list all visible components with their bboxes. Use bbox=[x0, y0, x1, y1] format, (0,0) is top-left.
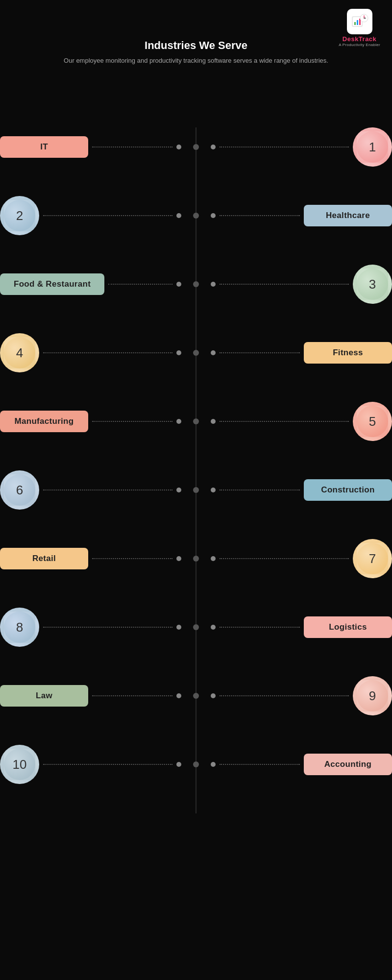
right-side: 5 bbox=[196, 402, 392, 441]
end-dot bbox=[211, 350, 216, 355]
industry-label[interactable]: Fitness bbox=[304, 342, 392, 364]
timeline: IT12HealthcareFood & Restaurant34Fitness… bbox=[0, 0, 392, 853]
left-side: IT bbox=[0, 136, 196, 158]
end-dot bbox=[176, 693, 181, 698]
right-side: 1 bbox=[196, 127, 392, 167]
dotted-connector bbox=[92, 695, 172, 696]
dotted-connector bbox=[220, 215, 300, 216]
center-dot bbox=[193, 556, 199, 562]
timeline-row: 6Construction bbox=[0, 470, 392, 510]
timeline-row: 10Accounting bbox=[0, 745, 392, 784]
dotted-connector bbox=[220, 352, 300, 353]
end-dot bbox=[211, 762, 216, 767]
dotted-connector bbox=[220, 558, 349, 559]
industry-label[interactable]: Construction bbox=[304, 479, 392, 501]
center-dot bbox=[193, 624, 199, 630]
dotted-connector bbox=[220, 764, 300, 765]
left-side: Retail bbox=[0, 548, 196, 569]
dotted-connector bbox=[43, 764, 172, 765]
left-side: Manufacturing bbox=[0, 411, 196, 432]
center-dot bbox=[193, 213, 199, 219]
timeline-row: 4Fitness bbox=[0, 333, 392, 372]
left-side: 6 bbox=[0, 470, 196, 510]
right-side: Accounting bbox=[196, 754, 392, 775]
dotted-connector bbox=[220, 490, 300, 490]
industry-label[interactable]: Accounting bbox=[304, 754, 392, 775]
dotted-connector bbox=[92, 147, 172, 147]
end-dot bbox=[176, 488, 181, 492]
number-circle: 4 bbox=[0, 333, 39, 372]
industry-label[interactable]: Law bbox=[0, 685, 88, 707]
end-dot bbox=[211, 419, 216, 424]
industry-label[interactable]: IT bbox=[0, 136, 88, 158]
right-side: Logistics bbox=[196, 616, 392, 638]
end-dot bbox=[176, 282, 181, 287]
timeline-row: 2Healthcare bbox=[0, 196, 392, 235]
timeline-row: IT1 bbox=[0, 127, 392, 167]
industry-label[interactable]: Food & Restaurant bbox=[0, 273, 104, 295]
timeline-row: Food & Restaurant3 bbox=[0, 265, 392, 304]
end-dot bbox=[176, 419, 181, 424]
dotted-connector bbox=[220, 147, 349, 147]
right-side: Fitness bbox=[196, 342, 392, 364]
end-dot bbox=[211, 488, 216, 492]
end-dot bbox=[176, 145, 181, 149]
end-dot bbox=[176, 762, 181, 767]
left-side: 4 bbox=[0, 333, 196, 372]
number-circle: 10 bbox=[0, 745, 39, 784]
center-dot bbox=[193, 144, 199, 150]
dotted-connector bbox=[220, 284, 349, 285]
end-dot bbox=[211, 282, 216, 287]
industry-label[interactable]: Retail bbox=[0, 548, 88, 569]
center-dot bbox=[193, 418, 199, 424]
end-dot bbox=[211, 213, 216, 218]
end-dot bbox=[176, 350, 181, 355]
end-dot bbox=[176, 625, 181, 630]
left-side: Food & Restaurant bbox=[0, 273, 196, 295]
right-side: Construction bbox=[196, 479, 392, 501]
number-circle: 5 bbox=[353, 402, 392, 441]
number-circle: 9 bbox=[353, 676, 392, 715]
center-dot bbox=[193, 350, 199, 356]
end-dot bbox=[176, 213, 181, 218]
dotted-connector bbox=[108, 284, 172, 285]
center-dot bbox=[193, 487, 199, 493]
right-side: 7 bbox=[196, 539, 392, 578]
number-circle: 3 bbox=[353, 265, 392, 304]
end-dot bbox=[211, 556, 216, 561]
end-dot bbox=[211, 145, 216, 149]
dotted-connector bbox=[43, 352, 172, 353]
dotted-connector bbox=[43, 215, 172, 216]
number-circle: 6 bbox=[0, 470, 39, 510]
number-circle: 8 bbox=[0, 608, 39, 647]
dotted-connector bbox=[92, 421, 172, 422]
industry-label[interactable]: Logistics bbox=[304, 616, 392, 638]
left-side: 2 bbox=[0, 196, 196, 235]
center-dot bbox=[193, 761, 199, 767]
dotted-connector bbox=[43, 490, 172, 490]
left-side: 10 bbox=[0, 745, 196, 784]
left-side: Law bbox=[0, 685, 196, 707]
timeline-row: Law9 bbox=[0, 676, 392, 715]
end-dot bbox=[211, 625, 216, 630]
dotted-connector bbox=[220, 627, 300, 628]
dotted-connector bbox=[220, 695, 349, 696]
dotted-connector bbox=[43, 627, 172, 628]
timeline-row: Manufacturing5 bbox=[0, 402, 392, 441]
timeline-row: Retail7 bbox=[0, 539, 392, 578]
timeline-row: 8Logistics bbox=[0, 608, 392, 647]
dotted-connector bbox=[220, 421, 349, 422]
right-side: 3 bbox=[196, 265, 392, 304]
industry-label[interactable]: Manufacturing bbox=[0, 411, 88, 432]
number-circle: 1 bbox=[353, 127, 392, 167]
number-circle: 2 bbox=[0, 196, 39, 235]
left-side: 8 bbox=[0, 608, 196, 647]
dotted-connector bbox=[92, 558, 172, 559]
right-side: 9 bbox=[196, 676, 392, 715]
end-dot bbox=[176, 556, 181, 561]
center-dot bbox=[193, 281, 199, 287]
center-dot bbox=[193, 693, 199, 699]
industry-label[interactable]: Healthcare bbox=[304, 205, 392, 226]
end-dot bbox=[211, 693, 216, 698]
right-side: Healthcare bbox=[196, 205, 392, 226]
